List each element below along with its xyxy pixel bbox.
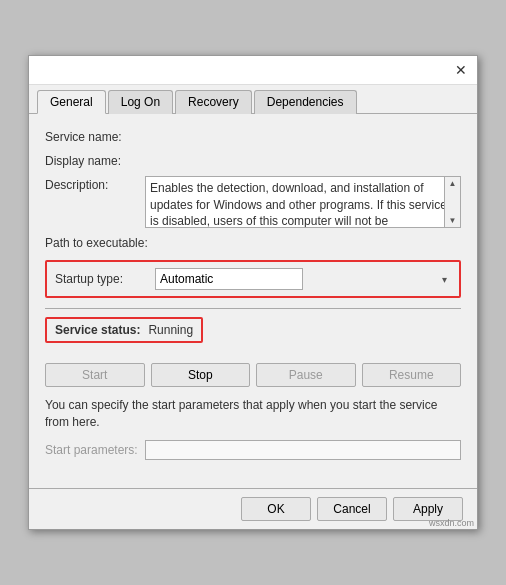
service-buttons-row: Start Stop Pause Resume: [45, 363, 461, 387]
service-status-label: Service status:: [55, 323, 140, 337]
service-status-value: Running: [148, 323, 193, 337]
scroll-down-icon[interactable]: ▼: [449, 215, 457, 226]
params-row: Start parameters:: [45, 440, 461, 460]
tab-logon[interactable]: Log On: [108, 90, 173, 114]
tab-bar: General Log On Recovery Dependencies: [29, 85, 477, 114]
tab-dependencies[interactable]: Dependencies: [254, 90, 357, 114]
stop-button[interactable]: Stop: [151, 363, 251, 387]
service-name-label: Service name:: [45, 128, 145, 144]
description-box[interactable]: Enables the detection, download, and ins…: [145, 176, 461, 228]
ok-button[interactable]: OK: [241, 497, 311, 521]
startup-select-wrapper: Automatic Manual Disabled Automatic (Del…: [155, 268, 451, 290]
startup-select[interactable]: Automatic Manual Disabled Automatic (Del…: [155, 268, 303, 290]
scroll-up-icon[interactable]: ▲: [449, 178, 457, 189]
display-name-label: Display name:: [45, 152, 145, 168]
service-properties-dialog: ✕ General Log On Recovery Dependencies S…: [28, 55, 478, 531]
tab-recovery[interactable]: Recovery: [175, 90, 252, 114]
close-button[interactable]: ✕: [451, 60, 471, 80]
startup-row: Startup type: Automatic Manual Disabled …: [55, 268, 451, 290]
description-label: Description:: [45, 176, 145, 192]
content-area: Service name: Display name: Description:…: [29, 114, 477, 489]
description-text: Enables the detection, download, and ins…: [150, 181, 447, 228]
watermark: wsxdn.com: [429, 518, 474, 528]
tab-general[interactable]: General: [37, 90, 106, 114]
path-label: Path to executable:: [45, 236, 461, 250]
params-input[interactable]: [145, 440, 461, 460]
resume-button[interactable]: Resume: [362, 363, 462, 387]
service-status-wrapper: Service status: Running: [45, 317, 461, 353]
start-button[interactable]: Start: [45, 363, 145, 387]
description-scrollbar[interactable]: ▲ ▼: [444, 177, 460, 227]
dialog-footer: OK Cancel Apply: [29, 488, 477, 529]
startup-label: Startup type:: [55, 272, 155, 286]
startup-section: Startup type: Automatic Manual Disabled …: [45, 260, 461, 298]
service-name-row: Service name:: [45, 128, 461, 144]
divider: [45, 308, 461, 309]
description-row: Description: Enables the detection, down…: [45, 176, 461, 228]
info-text: You can specify the start parameters tha…: [45, 397, 461, 431]
select-arrow-icon: ▾: [442, 273, 447, 284]
title-bar: ✕: [29, 56, 477, 85]
cancel-button[interactable]: Cancel: [317, 497, 387, 521]
display-name-row: Display name:: [45, 152, 461, 168]
pause-button[interactable]: Pause: [256, 363, 356, 387]
params-label: Start parameters:: [45, 443, 145, 457]
service-status-section: Service status: Running: [45, 317, 203, 343]
